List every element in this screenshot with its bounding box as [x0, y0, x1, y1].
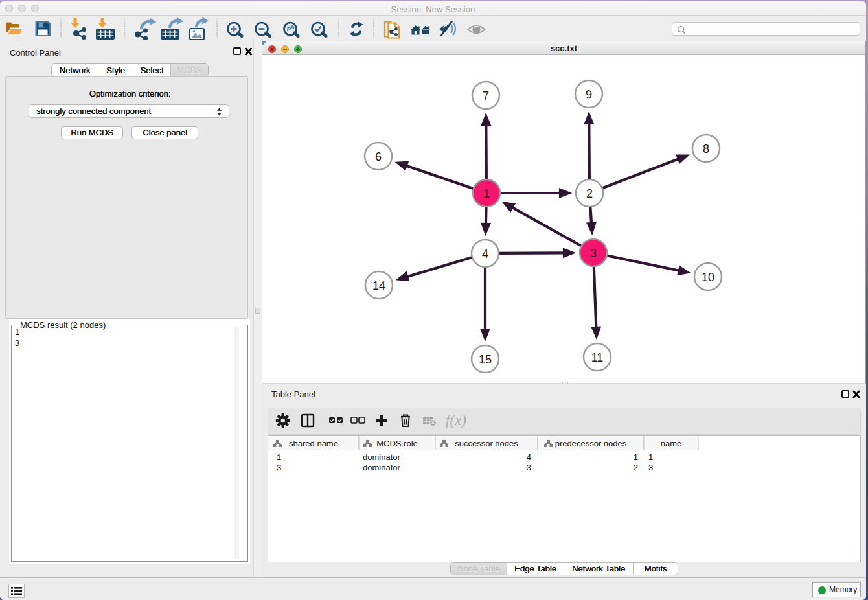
svg-text:predecessor nodes: predecessor nodes — [555, 439, 627, 448]
svg-text:7: 7 — [483, 89, 489, 102]
svg-text:4: 4 — [482, 248, 488, 260]
svg-text:15: 15 — [479, 353, 492, 366]
svg-text:3: 3 — [590, 247, 597, 260]
svg-text:2: 2 — [586, 187, 593, 200]
svg-text:9: 9 — [586, 88, 592, 101]
svg-text:10: 10 — [702, 271, 714, 284]
svg-text:name: name — [661, 439, 682, 448]
svg-text:MCDS role: MCDS role — [376, 439, 418, 448]
svg-text:f(x): f(x) — [446, 412, 466, 428]
svg-text:successor nodes: successor nodes — [455, 439, 518, 448]
svg-text:6: 6 — [375, 150, 382, 163]
svg-text:1: 1 — [483, 187, 490, 200]
svg-text:shared name: shared name — [289, 439, 338, 448]
svg-text:11: 11 — [591, 351, 604, 364]
svg-text:8: 8 — [703, 143, 709, 156]
svg-text:14: 14 — [372, 279, 385, 292]
